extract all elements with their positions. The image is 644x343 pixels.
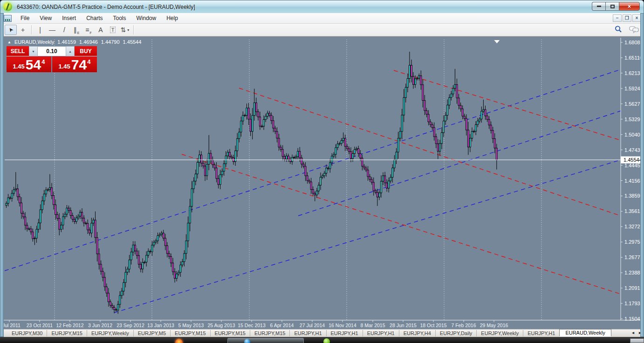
minimize-button[interactable]	[592, 2, 605, 11]
arrows-tool-button[interactable]: ⇅▾	[119, 25, 131, 35]
chart-tab-eurjpy-weekly[interactable]: EURJPY,Weekly	[476, 330, 523, 336]
text-tool-button[interactable]: A	[95, 25, 107, 35]
menu-insert[interactable]: Insert	[57, 14, 81, 23]
menu-tools[interactable]: Tools	[108, 14, 131, 23]
candle	[208, 135, 210, 170]
trendline-tool-button[interactable]: /	[58, 25, 70, 35]
text-label-tool-button[interactable]: T	[107, 25, 119, 35]
candle	[138, 250, 139, 268]
candle	[411, 60, 412, 82]
sell-button[interactable]: SELL	[7, 46, 29, 56]
volume-decrease-button[interactable]: ▼	[29, 46, 38, 56]
buy-price-small: 1.45	[59, 63, 70, 70]
candle	[225, 151, 226, 167]
candle	[205, 161, 206, 181]
candle	[394, 155, 395, 172]
svg-text:28 Jun 2015: 28 Jun 2015	[390, 322, 417, 328]
candle	[168, 251, 170, 259]
candle	[363, 164, 365, 170]
menu-file[interactable]: File	[15, 14, 34, 23]
shift-marker-icon[interactable]	[494, 40, 500, 43]
candle	[259, 112, 260, 130]
candle	[314, 192, 315, 201]
chart-tab-eurjpy-m15[interactable]: EURJPY,M15	[170, 330, 210, 336]
volume-increase-button[interactable]: ▲	[66, 46, 75, 56]
candle	[299, 147, 301, 162]
candle	[377, 189, 378, 206]
menu-charts[interactable]: Charts	[81, 14, 108, 23]
browser-icon[interactable]	[244, 339, 250, 343]
chat-icon[interactable]	[629, 25, 639, 34]
menu-help[interactable]: Help	[161, 14, 183, 23]
candle	[494, 133, 495, 153]
chart-tab-euraud-weekly[interactable]: EURAUD,Weekly	[559, 329, 611, 336]
svg-text:6 Apr 2014: 6 Apr 2014	[270, 322, 294, 328]
chart-tab-eurjpy-m30[interactable]: EURJPY,M30	[7, 330, 47, 336]
candle	[443, 116, 445, 137]
one-click-trading-panel: SELL ▼ ▲ BUY 1.45 54 4 1.45 74 4	[7, 46, 97, 72]
candle	[392, 164, 393, 182]
close-button[interactable]: ×	[619, 2, 640, 11]
chart-tab-eurjpy-m5[interactable]: EURJPY,M5	[133, 330, 170, 336]
chart-tab-eurjpy-m15[interactable]: EURJPY,M15	[250, 330, 289, 336]
candle	[106, 283, 107, 297]
zoom-icon[interactable]	[614, 25, 623, 34]
candle	[180, 261, 181, 277]
chart-tab-eurjpy-h1[interactable]: EURJPY,H1	[523, 330, 559, 336]
equidistant-channel-tool-button[interactable]: ∥E	[70, 25, 82, 35]
buy-price-panel[interactable]: 1.45 74 4	[52, 56, 97, 72]
sell-price-panel[interactable]: 1.45 54 4	[7, 56, 51, 72]
chart-tab-eurjpy-h4[interactable]: EURJPY,H4	[399, 330, 435, 336]
cursor-tool-button[interactable]: ➤	[5, 25, 17, 35]
candle	[136, 248, 137, 259]
candle	[458, 94, 459, 109]
candle	[490, 122, 492, 134]
candle	[132, 241, 134, 256]
tab-scroll-left-button[interactable]: ◂	[632, 330, 634, 335]
candle	[91, 218, 92, 237]
candle	[72, 213, 73, 222]
candle	[354, 147, 356, 157]
candle	[11, 190, 13, 202]
buy-price-big: 74	[71, 58, 87, 72]
taskbar-start-area[interactable]	[227, 338, 304, 343]
chart-tab-eurjpy-weekly[interactable]: EURJPY,Weekly	[87, 330, 133, 336]
chart-document-icon[interactable]	[4, 15, 12, 22]
maximize-button[interactable]	[605, 2, 619, 11]
taskbar-app-icon[interactable]	[175, 339, 183, 343]
maximize-icon	[610, 5, 615, 8]
chart-tab-eurjpy-m15[interactable]: EURJPY,M15	[47, 330, 86, 336]
crosshair-tool-button[interactable]: +	[17, 25, 29, 35]
chart-tab-eurjpy-m15[interactable]: EURJPY,M15	[210, 330, 250, 336]
volume-input[interactable]	[38, 46, 66, 56]
chart-tab-eurjpy-h1[interactable]: EURJPY,H1	[363, 330, 399, 336]
taskbar-green-icon[interactable]	[323, 338, 330, 343]
candle	[454, 69, 456, 91]
candle	[218, 175, 219, 189]
horizontal-line-tool-button[interactable]: —	[46, 25, 58, 35]
buy-button[interactable]: BUY	[75, 46, 97, 56]
candle	[424, 95, 425, 115]
chart-tab-eurjpy-h1[interactable]: EURJPY,H1	[289, 330, 326, 336]
mdi-restore-button[interactable]: ❒	[623, 14, 631, 22]
mdi-minimize-button[interactable]: –	[613, 14, 622, 22]
candle	[333, 152, 335, 158]
menu-window[interactable]: Window	[131, 14, 162, 23]
chart-tab-eurjpy-daily[interactable]: EURJPY,Daily	[435, 330, 477, 336]
vertical-line-tool-icon: |	[39, 26, 41, 34]
chart-tab-eurjpy-h1[interactable]: EURJPY,H1	[326, 330, 363, 336]
candle	[401, 109, 403, 140]
window-title: 6433670: OANDA-GMT-5 Practice - Demo Acc…	[17, 4, 195, 10]
windows-taskbar[interactable]	[0, 337, 644, 343]
fibonacci-tool-button[interactable]: ≡F	[82, 25, 95, 35]
title-bar[interactable]: 6433670: OANDA-GMT-5 Practice - Demo Acc…	[0, 0, 644, 13]
menu-view[interactable]: View	[34, 14, 57, 23]
candle	[87, 220, 89, 234]
chart-canvas[interactable]: 1.680851.651101.621351.592451.562701.532…	[0, 37, 644, 329]
candle	[486, 113, 488, 122]
open-value: 1.46159	[57, 39, 76, 45]
taskbar-corner-button[interactable]	[630, 338, 644, 343]
candle	[74, 217, 75, 224]
candle	[239, 128, 240, 143]
vertical-line-tool-button[interactable]: |	[34, 25, 46, 35]
